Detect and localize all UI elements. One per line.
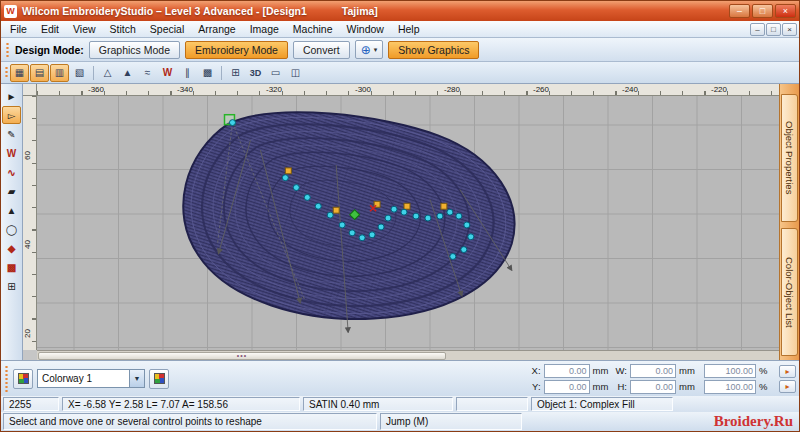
convert-button[interactable]: Convert [293,41,350,59]
run-stitch-tool[interactable]: ∿ [2,163,21,181]
3d-view-icon[interactable]: 3D [246,64,265,82]
h-label: H: [616,381,627,392]
select-tool[interactable]: ► [2,87,21,105]
hatch-stitch-icon[interactable]: ∥ [178,64,197,82]
hoop-view-icon[interactable]: ▭ [266,64,285,82]
dropdown-arrow-icon[interactable]: ▼ [129,370,144,387]
digitize-tool[interactable]: ✎ [2,125,21,143]
colorway-palette-icon [18,373,29,384]
hint-text: Select and move one or several control p… [3,413,377,430]
h-field[interactable] [630,380,676,394]
colorway-icon-button[interactable] [13,369,33,389]
toolbar-grip-3[interactable] [4,365,9,392]
satin-tool[interactable]: ▰ [2,182,21,200]
edit-colorways-button[interactable] [149,369,169,389]
scrollbar-thumb[interactable]: ••• [38,352,446,360]
chevron-down-icon: ▾ [374,46,378,54]
status-bar: 2255 X= -6.58 Y= 2.58 L= 7.07 A= 158.56 … [1,396,799,412]
colorway-select[interactable]: Colorway 1 ▼ [37,369,145,388]
menu-edit[interactable]: Edit [34,22,66,36]
ruler-label: -240 [622,85,638,94]
h-unit: mm [679,381,701,392]
ruler-label: -260 [533,85,549,94]
scale-apply-button[interactable]: ▸ [779,380,796,393]
x-unit: mm [593,365,613,376]
menu-machine[interactable]: Machine [286,22,340,36]
w-field[interactable] [630,364,676,378]
minimize-button[interactable]: – [729,4,750,18]
stitch-type-info: SATIN 0.40 mm [303,397,453,411]
embroidery-mode-button[interactable]: Embroidery Mode [185,41,288,59]
docker-tab-strip: Object Properties Color-Object List [779,84,799,360]
y-label: Y: [532,381,541,392]
menu-file[interactable]: File [3,22,34,36]
ruler-label: -340 [177,85,193,94]
ruler-label: -220 [711,85,727,94]
title-bar: W Wilcom EmbroideryStudio – Level 3 Adva… [1,1,799,21]
maximize-button[interactable]: □ [752,4,773,18]
wave-stitch-icon[interactable]: ≈ [138,64,157,82]
x-field[interactable] [544,364,590,378]
status-filler [676,397,797,411]
needle-points-icon[interactable]: ▧ [70,64,89,82]
scale-x-unit: % [759,365,773,376]
y-field[interactable] [544,380,590,394]
menu-bar: File Edit View Stitch Special Arrange Im… [1,21,799,38]
complex-fill-tool[interactable]: ▲ [2,201,21,219]
lettering-tool[interactable]: W [2,144,21,162]
toolbar-grip-2[interactable] [4,66,9,79]
scale-y-field[interactable] [704,380,756,394]
scale-lock-button[interactable]: ▸ [779,365,796,378]
menu-image[interactable]: Image [243,22,286,36]
grid-view-icon[interactable]: ⊞ [226,64,245,82]
scale-x-field[interactable] [704,364,756,378]
design-canvas[interactable] [37,96,779,350]
prompt-filler [525,413,711,430]
selected-object-info: Object 1: Complex Fill [531,397,673,411]
graphics-mode-button[interactable]: Graphics Mode [89,41,180,59]
menu-view[interactable]: View [66,22,103,36]
stitch-count: 2255 [3,397,59,411]
fill-stitch-icon[interactable]: ▲ [118,64,137,82]
design-view-icon[interactable]: ▦ [10,64,29,82]
show-graphics-button[interactable]: Show Graphics [388,41,479,59]
menu-window[interactable]: Window [340,22,391,36]
hoop-globe-button[interactable]: ⊕ ▾ [355,40,384,59]
ruler-label: -360 [88,85,104,94]
design-workspace: -360 -340 -320 -300 -280 -260 -240 -220 … [23,84,779,360]
shape-tool[interactable]: ◆ [2,239,21,257]
x-label: X: [532,365,541,376]
stitch-view-icon[interactable]: ▤ [30,64,49,82]
menu-help[interactable]: Help [391,22,427,36]
lettering-stitch-icon[interactable]: W [158,64,177,82]
current-mode: Jump (M) [380,413,522,430]
overview-window-icon[interactable]: ◫ [286,64,305,82]
mdi-minimize-button[interactable]: – [750,23,765,36]
toolbar-grip[interactable] [5,42,10,57]
mirror-merge-tool[interactable]: ▩ [2,258,21,276]
menu-special[interactable]: Special [143,22,191,36]
toolbox: ► ▻ ✎ W ∿ ▰ ▲ ◯ ◆ ▩ ⊞ [1,84,23,360]
prompt-bar: Select and move one or several control p… [1,412,799,431]
mdi-restore-button[interactable]: □ [766,23,781,36]
circle-tool[interactable]: ◯ [2,220,21,238]
contour-stitch-icon[interactable]: △ [98,64,117,82]
vertical-ruler: 60 40 20 [23,96,37,350]
view-toolbar: ▦ ▤ ▥ ▧ △ ▲ ≈ W ∥ ▩ ⊞ 3D ▭ ◫ [1,62,799,84]
close-button[interactable]: × [775,4,796,18]
toolbar-separator [93,66,94,80]
menu-stitch[interactable]: Stitch [103,22,143,36]
ruler-label: 40 [23,240,32,249]
tab-object-properties[interactable]: Object Properties [781,94,798,222]
mdi-close-button[interactable]: × [782,23,797,36]
grid-tool[interactable]: ⊞ [2,277,21,295]
reshape-tool[interactable]: ▻ [2,106,21,124]
pattern-stitch-icon[interactable]: ▩ [198,64,217,82]
pointer-position: X= -6.58 Y= 2.58 L= 7.07 A= 158.56 [62,397,300,411]
ruler-label: 20 [23,329,32,338]
menu-arrange[interactable]: Arrange [191,22,242,36]
status-spacer [456,397,528,411]
tab-color-object-list[interactable]: Color-Object List [781,228,798,356]
artistic-view-icon[interactable]: ▥ [50,64,69,82]
horizontal-scrollbar[interactable]: ••• [37,350,779,360]
